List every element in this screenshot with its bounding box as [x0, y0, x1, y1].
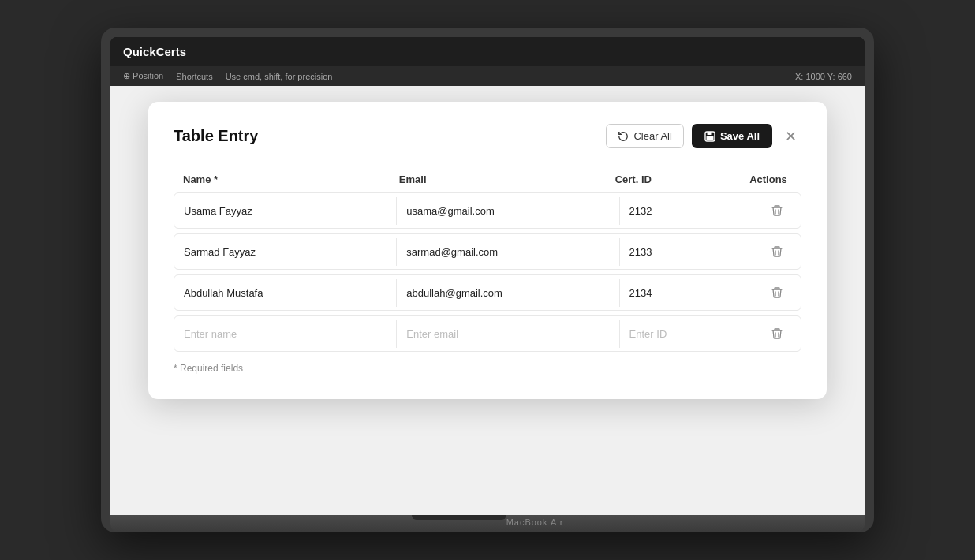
- trash-icon: [771, 245, 783, 258]
- table-row: Abdullah Mustafa abdullah@gmail.com 2134: [174, 274, 801, 311]
- delete-row-3-button[interactable]: [768, 283, 786, 302]
- row-2-email: sarmad@gmail.com: [397, 238, 619, 266]
- row-3-name: Abdullah Mustafa: [174, 279, 397, 307]
- app-title: QuickCerts: [123, 45, 186, 58]
- table-row: Sarmad Fayyaz sarmad@gmail.com 2133: [174, 233, 801, 270]
- col-header-actions: Actions: [745, 174, 792, 185]
- row-3-email: abdullah@gmail.com: [397, 279, 619, 307]
- new-name-input[interactable]: [174, 320, 396, 348]
- modal-title: Table Entry: [174, 127, 258, 145]
- row-1-name: Usama Fayyaz: [174, 197, 397, 225]
- trash-icon: [771, 327, 783, 340]
- col-header-cert-id: Cert. ID: [615, 174, 745, 185]
- modal-header: Table Entry Clear All: [174, 124, 801, 148]
- table-row-empty: [174, 315, 801, 352]
- app-toolbar: ⊕ Position Shortcuts Use cmd, shift, for…: [110, 66, 865, 86]
- table-header-row: Name * Email Cert. ID Actions: [174, 167, 801, 192]
- clear-all-label: Clear All: [633, 130, 671, 142]
- row-1-actions: [753, 193, 801, 228]
- delete-row-1-button[interactable]: [768, 201, 786, 220]
- close-button[interactable]: ✕: [780, 126, 801, 147]
- svg-rect-1: [707, 132, 711, 135]
- table-row: Usama Fayyaz usama@gmail.com 2132: [174, 192, 801, 229]
- screen-content: Table Entry Clear All: [110, 86, 865, 515]
- save-all-label: Save All: [720, 130, 760, 142]
- row-2-cert-id: 2133: [620, 238, 753, 266]
- new-email-cell: [397, 320, 619, 348]
- required-note: * Required fields: [174, 363, 801, 374]
- new-certid-cell: [620, 320, 753, 348]
- trash-icon: [771, 286, 783, 299]
- macbook-label: MacBook Air: [506, 517, 564, 527]
- row-1-email: usama@gmail.com: [397, 197, 619, 225]
- toolbar-shortcuts: Shortcuts: [176, 72, 212, 81]
- toolbar-hint: Use cmd, shift, for precision: [226, 72, 333, 81]
- save-all-button[interactable]: Save All: [692, 124, 772, 148]
- save-icon: [704, 131, 715, 142]
- refresh-icon: [618, 131, 629, 142]
- close-icon: ✕: [785, 129, 797, 144]
- row-3-cert-id: 2134: [620, 279, 753, 307]
- delete-row-2-button[interactable]: [768, 242, 786, 261]
- new-row-actions: [753, 316, 801, 351]
- modal-dialog: Table Entry Clear All: [148, 102, 827, 399]
- modal-overlay: Table Entry Clear All: [126, 102, 849, 499]
- new-certid-input[interactable]: [620, 320, 753, 348]
- col-header-email: Email: [399, 174, 615, 185]
- row-3-actions: [753, 275, 801, 310]
- laptop-base: MacBook Air: [110, 515, 865, 532]
- delete-new-row-button[interactable]: [768, 324, 786, 343]
- col-header-name: Name *: [183, 174, 399, 185]
- modal-actions: Clear All Save All: [606, 124, 801, 148]
- svg-rect-2: [706, 136, 713, 140]
- laptop-notch: [412, 515, 506, 520]
- laptop-screen: QuickCerts ⊕ Position Shortcuts Use cmd,…: [110, 37, 865, 515]
- row-2-name: Sarmad Fayyaz: [174, 238, 397, 266]
- app-titlebar: QuickCerts: [110, 37, 865, 66]
- toolbar-position: ⊕ Position: [123, 71, 163, 81]
- new-email-input[interactable]: [397, 320, 618, 348]
- row-2-actions: [753, 234, 801, 269]
- toolbar-coordinates: X: 1000 Y: 660: [795, 72, 852, 81]
- table-container: Name * Email Cert. ID Actions Usama Fayy…: [174, 167, 801, 374]
- clear-all-button[interactable]: Clear All: [606, 124, 683, 148]
- row-1-cert-id: 2132: [620, 197, 753, 225]
- new-name-cell: [174, 320, 397, 348]
- laptop-frame: QuickCerts ⊕ Position Shortcuts Use cmd,…: [101, 28, 874, 532]
- trash-icon: [771, 204, 783, 217]
